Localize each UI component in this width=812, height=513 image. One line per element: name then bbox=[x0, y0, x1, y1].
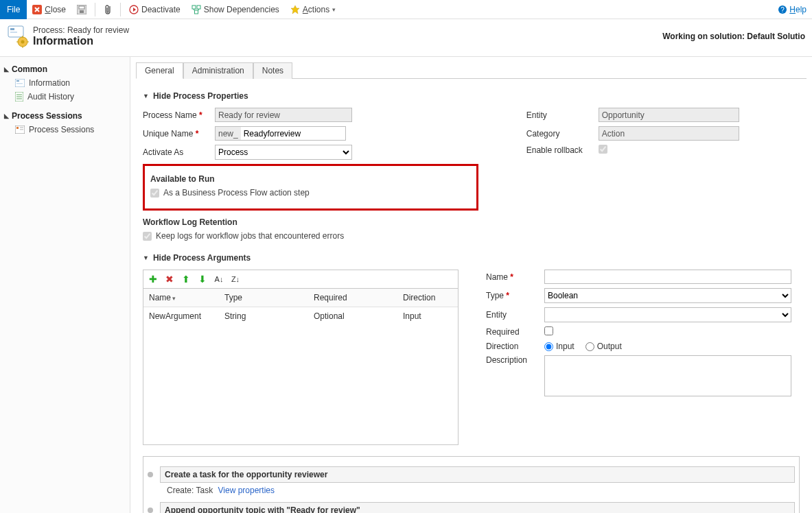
paperclip-icon bbox=[104, 4, 112, 15]
enable-rollback-label: Enable rollback bbox=[526, 145, 599, 155]
svg-rect-7 bbox=[194, 10, 198, 14]
delete-argument-icon[interactable]: ✖ bbox=[164, 274, 175, 285]
nav-item-label: Process Sessions bbox=[29, 125, 94, 134]
tab-general[interactable]: General bbox=[136, 62, 183, 79]
attach-button[interactable] bbox=[98, 0, 117, 19]
content-pane: General Administration Notes ▼ Hide Proc… bbox=[130, 57, 812, 513]
direction-output-radio[interactable]: Output bbox=[585, 342, 622, 351]
toggle-process-arguments[interactable]: ▼ Hide Process Arguments bbox=[143, 253, 800, 263]
add-argument-icon[interactable]: ✚ bbox=[148, 274, 159, 285]
show-dependencies-button[interactable]: Show Dependencies bbox=[186, 0, 285, 19]
svg-point-19 bbox=[21, 40, 25, 44]
toggle-process-properties[interactable]: ▼ Hide Process Properties bbox=[143, 91, 800, 101]
svg-rect-13 bbox=[10, 32, 17, 33]
move-down-icon[interactable]: ⬇ bbox=[197, 274, 208, 285]
step-bullet-icon bbox=[148, 472, 153, 477]
step-detail: Create: Task View properties bbox=[148, 484, 795, 502]
tab-administration[interactable]: Administration bbox=[183, 62, 253, 79]
step-row[interactable]: Create a task for the opportunity review… bbox=[148, 466, 795, 483]
save-and-close-button[interactable] bbox=[71, 0, 92, 19]
collapse-icon: ◣ bbox=[4, 66, 9, 73]
unique-name-field[interactable]: new_ bbox=[215, 126, 478, 141]
arguments-grid-header[interactable]: Name Type Required Direction bbox=[143, 289, 458, 307]
svg-rect-6 bbox=[197, 5, 200, 9]
category-field: Action bbox=[599, 126, 739, 141]
cell-required: Optional bbox=[308, 307, 397, 325]
help-link[interactable]: ? Help bbox=[778, 5, 812, 14]
arg-type-select[interactable]: Boolean bbox=[544, 288, 791, 303]
star-icon bbox=[290, 5, 300, 14]
left-nav: ◣ Common Information Audit History ◣ Pro… bbox=[0, 57, 130, 513]
entity-field: Opportunity bbox=[599, 108, 739, 122]
process-name-label: Process Name bbox=[143, 110, 215, 120]
step-title[interactable]: Append opportunity topic with "Ready for… bbox=[160, 502, 795, 513]
unique-name-label: Unique Name bbox=[143, 129, 215, 139]
help-icon: ? bbox=[778, 5, 787, 14]
view-properties-link[interactable]: View properties bbox=[218, 486, 275, 495]
unique-name-input[interactable] bbox=[241, 126, 346, 141]
svg-rect-29 bbox=[20, 127, 23, 128]
file-menu[interactable]: File bbox=[0, 0, 27, 19]
page-header: Process: Ready for review Information Wo… bbox=[0, 19, 812, 57]
nav-item-information[interactable]: Information bbox=[0, 76, 130, 90]
svg-rect-12 bbox=[10, 28, 14, 30]
arg-description-textarea[interactable] bbox=[544, 355, 791, 396]
nav-item-label: Information bbox=[29, 78, 70, 88]
chevron-down-icon: ▼ bbox=[143, 93, 149, 99]
step-row[interactable]: Append opportunity topic with "Ready for… bbox=[148, 502, 795, 513]
tab-notes[interactable]: Notes bbox=[253, 62, 292, 79]
category-label: Category bbox=[526, 129, 599, 139]
bpf-action-step-label: As a Business Process Flow action step bbox=[163, 188, 310, 198]
step-title[interactable]: Create a task for the opportunity review… bbox=[160, 466, 795, 483]
sort-desc-icon[interactable]: Z↓ bbox=[230, 275, 241, 283]
svg-marker-8 bbox=[291, 5, 299, 14]
svg-rect-30 bbox=[20, 129, 23, 130]
keep-logs-label: Keep logs for workflow jobs that encount… bbox=[156, 231, 344, 241]
cell-type: String bbox=[219, 307, 308, 325]
breadcrumb: Process: Ready for review bbox=[33, 25, 129, 35]
keep-logs-checkbox[interactable] bbox=[143, 232, 152, 241]
col-type[interactable]: Type bbox=[219, 289, 308, 307]
nav-group-common[interactable]: ◣ Common bbox=[0, 62, 130, 76]
page-title: Information bbox=[33, 35, 129, 47]
col-name[interactable]: Name bbox=[143, 289, 219, 307]
collapse-icon: ◣ bbox=[4, 112, 9, 119]
arguments-grid: Name Type Required Direction NewArgument… bbox=[143, 289, 459, 445]
available-to-run-highlight: Available to Run As a Business Process F… bbox=[143, 164, 478, 211]
close-button[interactable]: Close bbox=[27, 0, 71, 19]
enable-rollback-checkbox[interactable] bbox=[599, 145, 607, 154]
direction-input-radio[interactable]: Input bbox=[544, 342, 575, 351]
separator bbox=[120, 3, 121, 16]
bpf-action-step-checkbox[interactable] bbox=[150, 189, 159, 198]
nav-group-process-sessions[interactable]: ◣ Process Sessions bbox=[0, 109, 130, 123]
arg-entity-select[interactable] bbox=[544, 307, 791, 322]
sort-asc-icon[interactable]: A↓ bbox=[213, 275, 224, 283]
arg-direction-label: Direction bbox=[486, 342, 544, 351]
nav-item-process-sessions[interactable]: Process Sessions bbox=[0, 123, 130, 136]
cell-name: NewArgument bbox=[143, 307, 219, 325]
arg-description-label: Description bbox=[486, 355, 544, 365]
workflow-steps: Create a task for the opportunity review… bbox=[143, 456, 800, 513]
chevron-down-icon: ▾ bbox=[332, 6, 336, 13]
svg-rect-5 bbox=[192, 5, 196, 9]
activate-as-label: Activate As bbox=[143, 147, 215, 157]
available-to-run-header: Available to Run bbox=[150, 174, 471, 184]
actions-menu[interactable]: Actions ▾ bbox=[285, 0, 341, 19]
arg-name-label: Name bbox=[486, 272, 544, 282]
save-icon bbox=[77, 5, 86, 14]
step-bullet-icon bbox=[148, 508, 153, 513]
unique-name-prefix: new_ bbox=[215, 126, 241, 141]
move-up-icon[interactable]: ⬆ bbox=[181, 274, 192, 285]
svg-text:?: ? bbox=[781, 6, 785, 14]
arg-required-checkbox[interactable] bbox=[544, 326, 553, 335]
arguments-grid-row[interactable]: NewArgument String Optional Input bbox=[143, 307, 458, 325]
dependencies-icon bbox=[192, 5, 201, 14]
nav-item-audit-history[interactable]: Audit History bbox=[0, 90, 130, 104]
svg-rect-22 bbox=[16, 83, 23, 84]
deactivate-button[interactable]: Deactivate bbox=[124, 0, 186, 19]
activate-as-select[interactable]: Process bbox=[215, 145, 352, 160]
arg-entity-label: Entity bbox=[486, 310, 544, 320]
col-required[interactable]: Required bbox=[308, 289, 397, 307]
arg-name-input[interactable] bbox=[544, 270, 791, 284]
col-direction[interactable]: Direction bbox=[397, 289, 458, 307]
